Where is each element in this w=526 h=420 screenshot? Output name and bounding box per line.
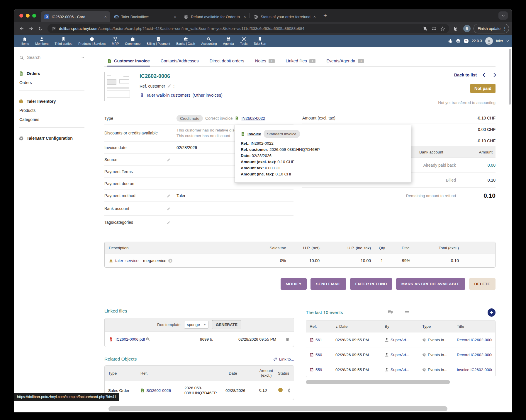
doc-template-select[interactable]: sponge ▾: [184, 321, 208, 329]
reload-button[interactable]: [36, 24, 45, 33]
tab-events-agenda[interactable]: Events/Agenda3: [326, 59, 364, 66]
help-icon[interactable]: ?: [464, 39, 469, 43]
minimize-window-button[interactable]: [26, 14, 30, 18]
user-name[interactable]: taler: [496, 39, 503, 43]
debug-bug-icon[interactable]: [448, 39, 453, 43]
user-menu-chevron-icon[interactable]: [506, 39, 509, 42]
menu-agenda[interactable]: Agenda: [220, 37, 237, 45]
close-tab-icon[interactable]: ×: [313, 14, 316, 19]
browser-tab[interactable]: Refund available for Order to ×: [180, 11, 250, 22]
tab-direct-debit-orders[interactable]: Direct debit orders: [209, 59, 244, 66]
browser-tab[interactable]: Taler Backoffice: ×: [110, 11, 180, 22]
sidebar-item-orders[interactable]: Orders: [19, 80, 84, 85]
close-tab-icon[interactable]: ×: [173, 14, 177, 19]
customer-link[interactable]: Taler walk-in customers: [146, 93, 191, 98]
modify-button[interactable]: MODIFY: [281, 278, 307, 290]
event-user-link[interactable]: SuperAd...: [391, 338, 409, 342]
sidebar-item-categories[interactable]: Categories: [19, 117, 84, 122]
site-settings-icon[interactable]: [52, 26, 56, 31]
tab-linked-files[interactable]: Linked files1: [286, 59, 315, 66]
print-icon[interactable]: [456, 39, 461, 43]
file-size: 8699 b.: [181, 337, 213, 342]
close-tab-icon[interactable]: ×: [104, 14, 107, 19]
event-user-link[interactable]: SuperAd...: [391, 368, 409, 372]
page-scrollbar[interactable]: [509, 49, 511, 105]
menu-mrp[interactable]: MRP: [109, 37, 122, 45]
menu-commerce[interactable]: Commerce: [122, 37, 144, 45]
file-link[interactable]: IC2602-0006.pdf: [116, 337, 145, 342]
enter-refund-button[interactable]: ENTER REFUND: [350, 278, 392, 290]
menu-tools[interactable]: Tools: [237, 37, 250, 45]
trash-icon[interactable]: [285, 337, 290, 342]
generate-button[interactable]: GENERATE: [212, 320, 241, 329]
bottom-horizontal-scrollbar[interactable]: [108, 406, 447, 411]
edit-pencil-icon[interactable]: [167, 207, 171, 211]
search-input[interactable]: [26, 55, 79, 60]
menu-members[interactable]: Members: [32, 37, 52, 45]
menu-home[interactable]: Home: [18, 37, 32, 45]
add-event-button[interactable]: +: [488, 308, 496, 317]
other-invoices-link[interactable]: (Other invoices): [193, 93, 223, 98]
close-window-button[interactable]: [19, 14, 23, 18]
sales-order-link[interactable]: SO2602-0026: [146, 388, 171, 393]
event-user-link[interactable]: SuperAd...: [391, 353, 409, 357]
back-to-list-link[interactable]: Back to list: [454, 73, 477, 77]
send-email-button[interactable]: SEND EMAIL: [310, 278, 346, 290]
finish-update-button[interactable]: Finish update ⋮: [474, 24, 509, 33]
info-icon[interactable]: i: [168, 259, 172, 263]
menu-talerbarr[interactable]: TalerBarr: [251, 37, 270, 45]
browser-tab[interactable]: Status of your order forrefund ×: [250, 11, 319, 22]
menu-banks-cash[interactable]: Banks | Cash: [173, 37, 198, 45]
search-dropdown-chevron-icon[interactable]: [82, 56, 84, 59]
tab-contacts-addresses[interactable]: Contacts/Addresses: [161, 59, 199, 66]
menu-billing-payment[interactable]: Billing | Payment: [143, 37, 173, 45]
previous-record-icon[interactable]: [483, 73, 487, 77]
profile-avatar[interactable]: B: [463, 25, 471, 32]
delete-button[interactable]: DELETE: [469, 278, 496, 290]
tab-notes[interactable]: Notes1: [255, 59, 275, 66]
back-button[interactable]: [17, 24, 26, 33]
install-page-icon[interactable]: [432, 26, 436, 31]
link-to-button[interactable]: Link to...: [273, 357, 294, 361]
menu-third-parties[interactable]: Third parties: [52, 37, 75, 45]
address-bar[interactable]: dolibarr.potuzhnyi.com/compta/facture/ca…: [47, 24, 449, 33]
edit-pencil-icon[interactable]: [167, 221, 171, 225]
bookmark-star-icon[interactable]: [440, 26, 445, 31]
tooltip-invoice-link[interactable]: Invoice: [247, 131, 261, 137]
forward-button[interactable]: [26, 24, 36, 33]
column-header-date[interactable]: ▲Date: [335, 324, 385, 329]
event-title-link[interactable]: Record IC2602-0006 modifie: [457, 353, 492, 357]
next-record-icon[interactable]: [492, 73, 496, 77]
invoice-pdf-thumbnail[interactable]: [104, 72, 132, 101]
menu-products-services[interactable]: Products | Services: [75, 37, 109, 45]
correct-invoice-link[interactable]: IN2602-0022: [241, 116, 265, 121]
mark-credit-available-button[interactable]: MARK AS CREDIT AVAILABLE: [396, 278, 465, 290]
tab-label: Notes: [255, 59, 266, 63]
browser-tab-active[interactable]: D IC2602-0006 - Card ×: [41, 11, 110, 22]
zoom-window-button[interactable]: [32, 14, 36, 18]
tab-search-button[interactable]: [498, 11, 508, 20]
edit-pencil-icon[interactable]: [167, 158, 171, 162]
preview-zoom-icon[interactable]: [146, 337, 150, 342]
extensions-icon[interactable]: [452, 26, 457, 31]
new-tab-button[interactable]: +: [319, 12, 331, 19]
browser-menu-icon[interactable]: ⋮: [503, 26, 507, 31]
event-ref-link[interactable]: 561: [315, 338, 322, 342]
menu-accounting[interactable]: Accounting: [198, 37, 220, 45]
notifications-blocked-icon[interactable]: [423, 26, 427, 31]
event-title-link[interactable]: Invoice IC2602-0006 validate: [457, 368, 492, 372]
product-link[interactable]: taler_service: [115, 258, 138, 263]
event-title-link[interactable]: Record IC2602-0006 modifie: [457, 338, 492, 342]
list-view-icon[interactable]: [404, 310, 410, 315]
messages-icon[interactable]: [387, 310, 393, 315]
close-tab-icon[interactable]: ×: [243, 14, 247, 19]
user-avatar[interactable]: [485, 37, 493, 45]
sidebar-item-products[interactable]: Products: [19, 108, 84, 113]
events-horizontal-scrollbar[interactable]: [306, 380, 450, 384]
edit-pencil-icon[interactable]: [167, 194, 171, 198]
event-ref-link[interactable]: 560: [315, 353, 322, 357]
tab-customer-invoice[interactable]: Customer invoice: [107, 59, 150, 66]
sidebar-section-talerbarr-config[interactable]: TalerBarr Configuration: [19, 136, 84, 141]
event-ref-link[interactable]: 559: [315, 368, 322, 372]
edit-pencil-icon[interactable]: [167, 84, 171, 88]
